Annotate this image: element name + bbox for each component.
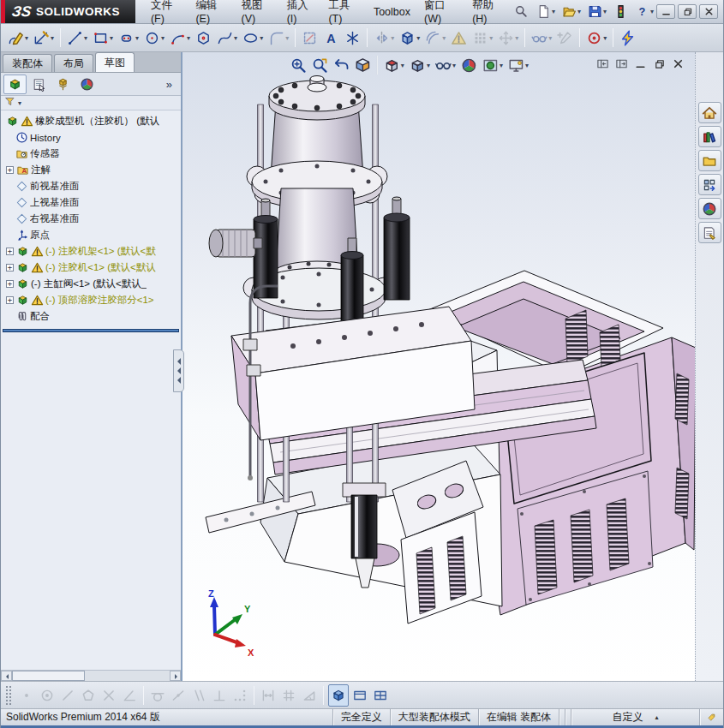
sketch-settings-button[interactable] (618, 27, 637, 49)
tree-item[interactable]: 原点 (3, 227, 181, 243)
design-library-button[interactable] (698, 126, 721, 147)
zoom-to-fit-button[interactable] (289, 54, 308, 76)
dropdown-arrow[interactable]: ▾ (187, 34, 190, 42)
minimize-document-button[interactable] (634, 57, 647, 73)
menu-window[interactable]: 窗口(W) (417, 0, 465, 23)
dropdown-arrow[interactable]: ▾ (442, 34, 446, 42)
menu-help[interactable]: 帮助(H) (465, 0, 512, 23)
tab-layout[interactable]: 布局 (54, 54, 93, 72)
view-orientation-button[interactable]: ▾ (382, 54, 406, 76)
dropdown-arrow[interactable]: ▾ (234, 34, 237, 42)
configurationmanager-tab-button[interactable] (51, 75, 75, 94)
3d-sketch-mode-button[interactable] (328, 684, 349, 707)
scrollbar-thumb[interactable] (12, 671, 85, 681)
filter-dropdown-arrow[interactable]: ▾ (18, 99, 21, 107)
polygon-tool-button[interactable] (194, 27, 213, 49)
dropdown-arrow[interactable]: ▾ (285, 34, 289, 42)
tree-expand-box[interactable]: + (6, 166, 14, 174)
dropdown-arrow[interactable]: ▾ (548, 34, 552, 42)
view-palette-button[interactable] (698, 174, 721, 195)
graphics-viewport[interactable]: ▾▾▾▾▾ (182, 52, 695, 681)
sketch-text-button[interactable]: A (321, 27, 341, 49)
menu-view[interactable]: 视图(V) (235, 0, 280, 23)
tree-item[interactable]: +(-) 注胶机架<1> (默认<默 (3, 243, 181, 260)
tab-sketch[interactable]: 草图 (95, 52, 135, 72)
menu-tools[interactable]: 工具(T) (321, 0, 366, 23)
convert-entities-button[interactable]: ▾ (398, 27, 422, 49)
featuremanager-tab-button[interactable] (3, 75, 27, 94)
display-style-button[interactable]: ▾ (408, 54, 432, 76)
zoom-to-area-button[interactable] (310, 54, 330, 76)
minimize-window-button[interactable] (656, 4, 675, 19)
tree-item[interactable]: 前视基准面 (3, 178, 181, 194)
tree-expand-box[interactable]: + (6, 264, 14, 272)
tree-expand-box[interactable]: + (6, 296, 14, 304)
straight-slot-button[interactable]: ▾ (117, 27, 141, 49)
quick-snaps-button[interactable]: ▾ (584, 27, 608, 49)
dropdown-arrow[interactable]: ▾ (391, 34, 394, 42)
status-tag-icon[interactable] (699, 709, 723, 725)
save-button[interactable]: ▾ (586, 1, 608, 23)
dropdown-arrow[interactable]: ▾ (603, 34, 607, 42)
hide-show-items-button[interactable]: ▾ (434, 54, 458, 76)
line-tool-button[interactable]: ▾ (65, 27, 89, 49)
next-document-button[interactable] (615, 57, 628, 73)
tree-item[interactable]: +A注解 (3, 162, 181, 178)
tree-expand-box[interactable]: + (6, 248, 14, 255)
restore-window-button[interactable] (678, 4, 697, 19)
model-base-vent-panel[interactable] (392, 461, 483, 624)
three-point-arc-button[interactable]: ▾ (168, 27, 192, 49)
tree-item[interactable]: +(-) 主缸阀<1> (默认<默认_ (3, 276, 181, 292)
search-icon[interactable] (512, 0, 530, 22)
previous-view-button[interactable] (332, 54, 351, 76)
dropdown-arrow[interactable]: ▾ (427, 62, 430, 69)
file-explorer-button[interactable] (698, 150, 721, 171)
dropdown-arrow[interactable]: ▾ (135, 34, 139, 42)
tree-item[interactable]: 橡胶成型机（注胶机） (默认 (3, 113, 181, 129)
solidworks-resources-button[interactable] (698, 102, 721, 123)
tree-item[interactable]: +(-) 注胶机<1> (默认<默认 (3, 260, 181, 276)
dropdown-arrow[interactable]: ▾ (161, 34, 165, 42)
dropdown-arrow[interactable]: ▾ (603, 8, 607, 15)
tree-item[interactable]: +(-) 顶部溶胶注胶部分<1> (3, 292, 181, 308)
displaymanager-tab-button[interactable] (75, 75, 99, 94)
apply-scene-button[interactable]: ▾ (481, 54, 505, 76)
dropdown-arrow[interactable]: ▾ (489, 34, 493, 42)
section-view-button[interactable] (353, 54, 373, 76)
model-motor[interactable] (209, 230, 262, 257)
restore-document-button[interactable] (653, 57, 666, 73)
scroll-right-arrow[interactable] (170, 671, 181, 681)
tab-assembly[interactable]: 装配体 (3, 54, 52, 72)
scroll-left-arrow[interactable] (1, 671, 12, 681)
new-document-button[interactable]: ▾ (535, 1, 557, 23)
status-custom-dropdown[interactable]: 自定义 ▴ (571, 709, 699, 725)
edit-appearance-button[interactable] (459, 54, 479, 76)
sketch-button[interactable]: ▾ (6, 27, 30, 49)
appearances-scenes-button[interactable] (698, 198, 721, 219)
dropdown-arrow[interactable]: ▾ (25, 34, 28, 42)
grid-split-view-button[interactable] (371, 684, 390, 707)
menu-insert[interactable]: 插入(I) (280, 0, 322, 23)
tree-item[interactable]: 右视基准面 (3, 211, 181, 227)
point-tool-button[interactable] (343, 27, 362, 49)
tree-item[interactable]: History (3, 129, 181, 146)
dropdown-arrow[interactable]: ▾ (500, 62, 503, 69)
dropdown-arrow[interactable]: ▾ (84, 34, 87, 42)
open-document-button[interactable]: ▾ (560, 1, 583, 23)
menu-edit[interactable]: 编辑(E) (188, 0, 234, 23)
previous-document-button[interactable] (596, 57, 609, 73)
propertymanager-tab-button[interactable] (27, 75, 51, 94)
close-window-button[interactable] (699, 4, 718, 19)
horizontal-split-view-button[interactable] (350, 684, 369, 707)
menu-file[interactable]: 文件(F) (144, 0, 188, 23)
panel-horizontal-scrollbar[interactable] (1, 670, 181, 681)
dropdown-arrow[interactable]: ▾ (401, 62, 404, 69)
custom-properties-button[interactable] (698, 222, 721, 243)
spline-tool-button[interactable]: ▾ (215, 27, 239, 49)
ellipse-tool-button[interactable]: ▾ (241, 27, 265, 49)
toolbar-drag-handle[interactable] (6, 686, 11, 705)
panel-overflow-button[interactable]: » (166, 78, 178, 91)
dropdown-arrow[interactable]: ▾ (260, 34, 263, 42)
menu-toolbox[interactable]: Toolbox (367, 0, 417, 23)
smart-dimension-button[interactable]: ▾ (32, 27, 56, 49)
